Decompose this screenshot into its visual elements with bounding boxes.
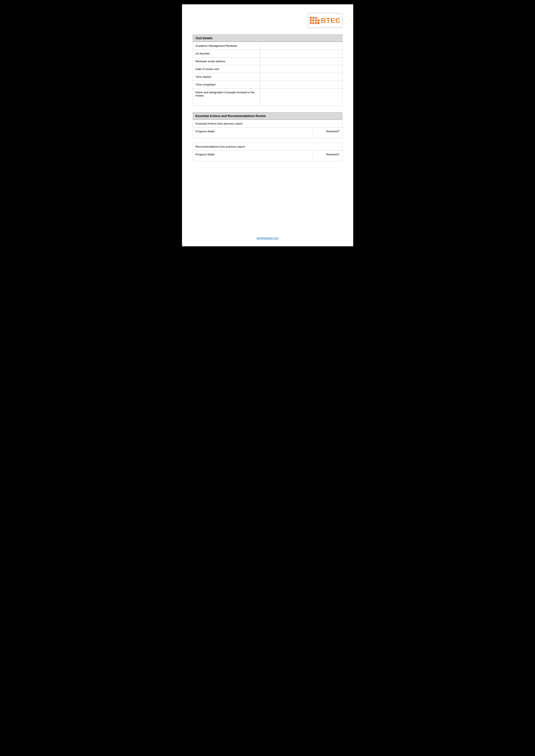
btec-logo-text: BTEC — [321, 16, 341, 25]
ea-progress-label-2: Progress Made — [193, 150, 312, 161]
visit-details-table: Academic Management Reviewer AA Number R… — [193, 42, 342, 106]
ea-table-1: Essential Actions from previous report P… — [193, 120, 342, 138]
visit-details-section: Visit Details Academic Management Review… — [193, 35, 342, 106]
ea-resolved-label-2: Resolved? — [312, 150, 342, 161]
ea-previous-report-label: Essential Actions from previous report — [193, 120, 342, 127]
dot-7 — [315, 19, 317, 21]
footer-email-link[interactable]: amr@pearson.com — [256, 237, 278, 240]
table-row: Time started — [193, 73, 342, 81]
table-row: Date of review visit — [193, 65, 342, 73]
dot-10 — [312, 22, 314, 24]
field-label-date: Date of review visit — [193, 65, 260, 73]
visit-details-header: Visit Details — [193, 35, 342, 42]
field-value-people-involved — [260, 89, 342, 106]
table-row: Essential Actions from previous report — [193, 120, 342, 127]
ea-subsection-2: Recommendations from previous report Pro… — [193, 143, 342, 161]
ea-resolved-label-1: Resolved? — [312, 127, 342, 138]
ea-progress-label-1: Progress Made — [193, 127, 312, 138]
table-row: Reviewer email address — [193, 58, 342, 65]
field-value-time-started — [260, 73, 342, 81]
table-row: Time completed — [193, 81, 342, 89]
btec-dots-icon — [310, 17, 320, 24]
table-row: Progress Made Resolved? — [193, 127, 342, 138]
field-label-academic-reviewer: Academic Management Reviewer — [193, 42, 260, 50]
dot-12 — [318, 22, 320, 24]
table-row: Academic Management Reviewer — [193, 42, 342, 50]
ea-subsection-1: Essential Actions from previous report P… — [193, 120, 342, 138]
dot-6 — [312, 19, 314, 21]
ea-table-2: Recommendations from previous report Pro… — [193, 143, 342, 161]
dot-5 — [310, 19, 312, 21]
dot-1 — [310, 17, 312, 19]
field-value-email — [260, 58, 342, 65]
field-value-aa-number — [260, 50, 342, 58]
table-row: Progress Made Resolved? — [193, 150, 342, 161]
table-row: Name and designation of people involved … — [193, 89, 342, 106]
field-label-time-started: Time started — [193, 73, 260, 81]
dot-3 — [315, 17, 317, 19]
header: BTEC — [193, 13, 342, 28]
table-row: Recommendations from previous report — [193, 143, 342, 150]
footer: amr@pearson.com — [182, 236, 353, 240]
essential-actions-header: Essential Actions and Recommendations Re… — [193, 112, 342, 120]
dot-8 — [318, 19, 320, 21]
table-row: AA Number — [193, 50, 342, 58]
btec-logo: BTEC — [308, 13, 342, 28]
field-label-people-involved: Name and designation of people involved … — [193, 89, 260, 106]
field-label-time-completed: Time completed — [193, 81, 260, 89]
page: BTEC Visit Details Academic Management R… — [182, 4, 353, 246]
field-value-academic-reviewer — [260, 42, 342, 50]
field-value-date — [260, 65, 342, 73]
field-label-aa-number: AA Number — [193, 50, 260, 58]
dot-9 — [310, 22, 312, 24]
field-label-email: Reviewer email address — [193, 58, 260, 65]
dot-2 — [312, 17, 314, 19]
essential-actions-section: Essential Actions and Recommendations Re… — [193, 112, 342, 161]
dot-4 — [318, 17, 320, 19]
ea-recommendations-label: Recommendations from previous report — [193, 143, 342, 150]
dot-11 — [315, 22, 317, 24]
field-value-time-completed — [260, 81, 342, 89]
